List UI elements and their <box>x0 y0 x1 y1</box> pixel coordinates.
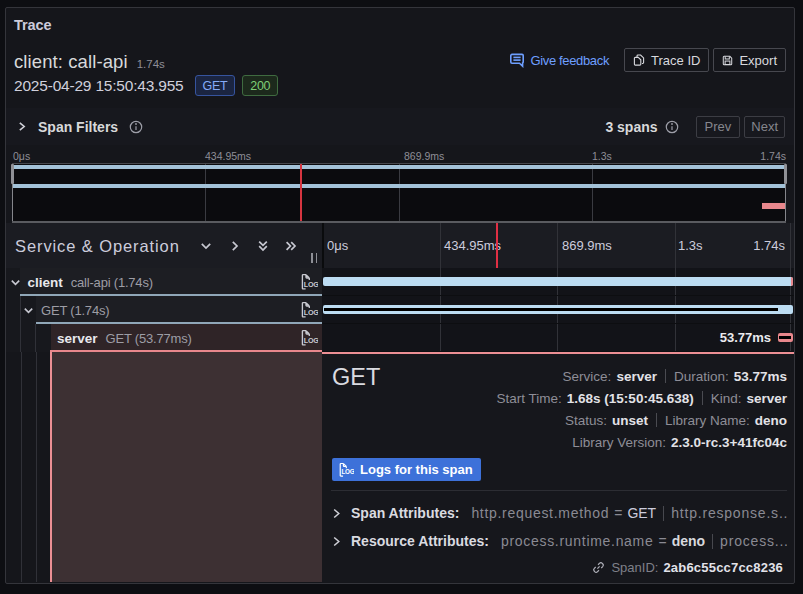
timeline-gridline <box>675 324 676 351</box>
span-bar-server[interactable] <box>778 333 794 342</box>
resource-attributes-row[interactable]: Resource Attributes: process.runtime.nam… <box>332 530 787 552</box>
span-row-client[interactable]: client call-api (1.74s) LOG <box>6 268 794 296</box>
span-attributes-row[interactable]: Span Attributes: http.request.method = G… <box>332 502 787 524</box>
timeline-header-ticks[interactable]: 0μs 434.95ms 869.9ms 1.3s 1.74s <box>322 223 794 268</box>
span-detail-panel: GET Service: server Duration: 53.77ms St… <box>322 352 794 582</box>
prev-button[interactable]: Prev <box>696 116 741 138</box>
indent-guide <box>35 324 36 352</box>
trace-view-page: Trace client: call-api 1.74s 2025-04-29 … <box>0 0 803 594</box>
timeline-tick: 434.95ms <box>444 238 501 253</box>
operation-name: GET (1.74s) <box>41 303 109 318</box>
svg-text:LOG: LOG <box>304 336 318 345</box>
info-icon <box>665 120 679 134</box>
span-detail-row: GET Service: server Duration: 53.77ms St… <box>6 352 794 582</box>
indent-guide <box>20 324 21 352</box>
minimap-tick: 1.74s <box>760 150 786 162</box>
next-button[interactable]: Next <box>744 116 785 138</box>
collapse-all-icon[interactable] <box>257 240 269 252</box>
operation-name: call-api (1.74s) <box>71 275 153 290</box>
chevron-right-icon <box>332 536 341 547</box>
span-filters-title: Span Filters <box>38 119 118 135</box>
trace-id-label: Trace ID <box>651 53 700 68</box>
export-label: Export <box>739 53 777 68</box>
svg-text:LOG: LOG <box>304 280 318 289</box>
trace-subtitle-row: 2025-04-29 15:50:43.955 GET 200 <box>14 75 278 96</box>
span-detail-accent <box>50 352 322 582</box>
indent-guide <box>36 352 37 582</box>
logs-icon[interactable]: LOG <box>301 301 318 319</box>
timeline-gridline <box>557 324 558 351</box>
chevron-right-icon <box>332 508 341 519</box>
trace-title: client: call-api <box>14 51 128 73</box>
minimap-gridline <box>592 164 593 221</box>
minimap-tick: 869.9ms <box>404 150 444 162</box>
chevron-right-icon <box>16 121 27 132</box>
svg-text:LOG: LOG <box>304 308 318 317</box>
span-timeline-cell[interactable] <box>322 296 794 324</box>
logs-icon: LOG <box>339 462 354 478</box>
chevron-down-icon[interactable] <box>10 277 21 288</box>
divider <box>663 506 664 521</box>
minimap-scrubber-right-handle[interactable] <box>784 164 787 184</box>
divider <box>665 369 666 383</box>
critical-path-overlay <box>779 336 791 339</box>
minimap-gridline <box>399 164 400 221</box>
span-bar-client[interactable] <box>323 277 793 286</box>
divider <box>712 534 713 549</box>
span-bar-get[interactable] <box>323 305 793 314</box>
divider <box>656 413 657 427</box>
timeline-gridline <box>440 223 441 268</box>
span-name-cell[interactable]: GET (1.74s) LOG <box>6 296 322 324</box>
span-detail-left <box>6 352 322 582</box>
span-row-get[interactable]: GET (1.74s) LOG <box>6 296 794 324</box>
overview-line: Status: unset Library Name: deno <box>497 409 787 431</box>
timeline-tick: 0μs <box>327 238 348 253</box>
trace-panel: Trace client: call-api 1.74s 2025-04-29 … <box>5 7 795 584</box>
column-resizer-grip[interactable] <box>311 253 318 263</box>
span-timeline-cell[interactable]: 53.77ms <box>322 324 794 352</box>
minimap-gridline <box>205 164 206 221</box>
header-actions: Give feedback Trace ID Export <box>509 48 787 72</box>
minimap-tick: 0μs <box>13 150 30 162</box>
comment-icon <box>509 52 531 68</box>
logs-icon[interactable]: LOG <box>301 329 318 347</box>
export-button[interactable]: Export <box>713 48 786 72</box>
indent-guide <box>20 296 21 324</box>
trace-minimap[interactable] <box>12 163 786 223</box>
minimap-span-get <box>13 184 785 189</box>
minimap-tick: 1.3s <box>592 150 612 162</box>
timeline-gridline <box>675 223 676 268</box>
give-feedback-link[interactable]: Give feedback <box>509 52 610 68</box>
span-timeline-cell[interactable] <box>322 268 794 296</box>
expand-one-icon[interactable] <box>229 240 241 252</box>
span-overview: Service: server Duration: 53.77ms Start … <box>497 365 787 453</box>
collapse-one-icon[interactable] <box>200 240 212 252</box>
minimap-tick: 434.95ms <box>205 150 251 162</box>
span-duration-label: 53.77ms <box>720 324 771 351</box>
service-name: client <box>28 275 63 290</box>
span-id-row[interactable]: SpanID: 2ab6c55cc7cc8236 <box>592 556 783 578</box>
logs-button-label: Logs for this span <box>360 462 473 477</box>
span-filters-bar[interactable]: Span Filters 3 spans Prev <box>6 108 794 145</box>
timeline-header: Service & Operation <box>6 223 794 268</box>
critical-path-overlay <box>324 308 778 311</box>
logs-for-span-button[interactable]: LOG Logs for this span <box>332 458 481 481</box>
expand-all-icon[interactable] <box>285 240 297 252</box>
link-icon <box>592 561 605 574</box>
svg-text:LOG: LOG <box>341 468 354 475</box>
span-name-cell[interactable]: server GET (53.77ms) LOG <box>6 324 322 352</box>
overview-line: Start Time: 1.68s (15:50:45.638) Kind: s… <box>497 387 787 409</box>
chevron-down-icon[interactable] <box>23 305 34 316</box>
logs-icon[interactable]: LOG <box>301 273 318 291</box>
span-name-cell[interactable]: client call-api (1.74s) LOG <box>6 268 322 296</box>
timeline-gridline <box>440 324 441 351</box>
minimap-scrubber-left-handle[interactable] <box>11 164 14 184</box>
trace-id-button[interactable]: Trace ID <box>624 48 709 72</box>
overview-line: Service: server Duration: 53.77ms <box>497 365 787 387</box>
span-count: 3 spans <box>605 119 657 135</box>
divider <box>702 391 703 405</box>
info-icon <box>129 120 143 134</box>
minimap-tick-labels: 0μs 434.95ms 869.9ms 1.3s 1.74s <box>6 150 794 164</box>
span-row-server[interactable]: server GET (53.77ms) LOG 53.77ms <box>6 324 794 352</box>
row-highlight <box>20 268 322 296</box>
